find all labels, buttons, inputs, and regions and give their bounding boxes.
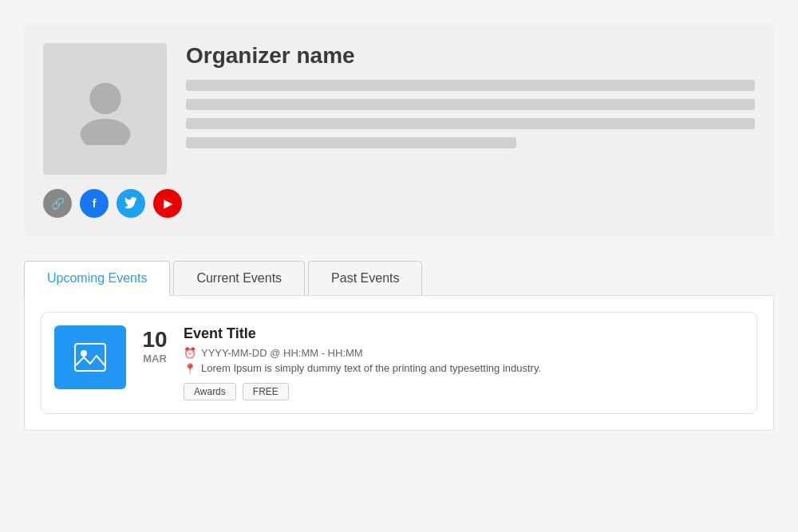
tabs-wrapper: Upcoming Events Current Events Past Even… [24,261,774,431]
event-title: Event Title [184,325,744,342]
skeleton-line-4 [186,137,516,148]
tag-awards: Awards [184,383,236,400]
social-twitter-button[interactable] [117,189,145,218]
event-thumbnail [54,325,126,389]
image-icon [74,343,106,372]
event-date: 10 MAR [139,325,171,365]
avatar-silhouette-icon [69,73,141,145]
tabs-row: Upcoming Events Current Events Past Even… [24,261,774,296]
avatar [43,43,167,175]
tab-upcoming[interactable]: Upcoming Events [24,261,170,296]
svg-point-1 [80,118,130,144]
social-facebook-button[interactable]: f [80,189,109,218]
location-pin-icon: 📍 [184,363,196,375]
svg-point-3 [81,350,87,357]
organizer-info: Organizer name [186,43,755,156]
event-location: 📍 Lorem Ipsum is simply dummy text of th… [184,362,744,375]
event-card: 10 MAR Event Title ⏰ YYYY-MM-DD @ HH:MM … [41,312,757,414]
event-day: 10 [142,329,167,351]
organizer-top: Organizer name [43,43,755,175]
twitter-icon [124,197,137,210]
social-row: 🔗 f ▶ [43,189,755,218]
skeleton-line-1 [186,80,755,91]
clock-icon: ⏰ [184,347,196,359]
event-datetime-text: YYYY-MM-DD @ HH:MM - HH:MM [201,347,363,359]
skeleton-line-2 [186,99,755,110]
event-month: MAR [143,353,167,365]
event-tags: Awards FREE [184,383,744,400]
event-datetime: ⏰ YYYY-MM-DD @ HH:MM - HH:MM [184,347,744,359]
social-link-button[interactable]: 🔗 [43,189,72,218]
svg-point-0 [89,82,121,114]
svg-rect-2 [75,344,105,371]
skeleton-line-3 [186,118,755,129]
organizer-card: Organizer name 🔗 f ▶ [24,24,774,237]
event-details: Event Title ⏰ YYYY-MM-DD @ HH:MM - HH:MM… [184,325,744,400]
organizer-name: Organizer name [186,43,755,69]
tab-past[interactable]: Past Events [308,261,422,296]
events-panel: 10 MAR Event Title ⏰ YYYY-MM-DD @ HH:MM … [24,295,774,431]
event-location-text: Lorem Ipsum is simply dummy text of the … [201,362,541,374]
tag-free: FREE [243,383,289,400]
social-youtube-button[interactable]: ▶ [153,189,182,218]
tab-current[interactable]: Current Events [173,261,305,296]
